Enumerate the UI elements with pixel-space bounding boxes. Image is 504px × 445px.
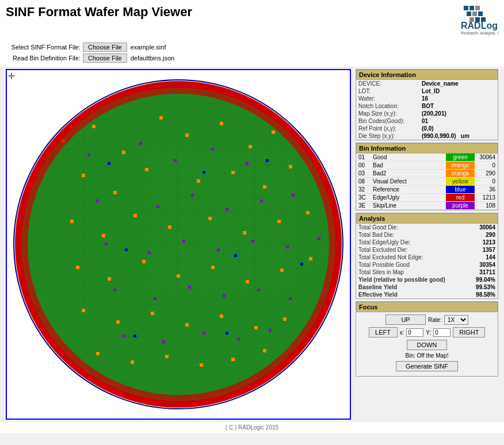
a-value-gooddie: 30064	[468, 224, 498, 231]
bin-name-01: Good	[371, 154, 446, 162]
analysis-row: Total Excluded Not Edge: 144	[356, 254, 498, 261]
bin-display-label: Bin:	[406, 352, 415, 359]
svg-rect-94	[131, 360, 134, 364]
down-button[interactable]: DOWN	[407, 340, 447, 350]
bin-color-03: orange	[446, 170, 475, 178]
bin-code-01: 01	[356, 154, 371, 162]
analysis-row-baseline: Baseline Yield 99.53%	[356, 283, 498, 291]
svg-rect-110	[105, 243, 108, 245]
diestep-label: Die Step (x,y):	[356, 132, 419, 140]
svg-rect-58	[159, 116, 163, 120]
mapsize-label: Map Size (x,y):	[356, 110, 419, 117]
a-label-gooddie: Total Good Die:	[356, 224, 468, 231]
svg-rect-130	[266, 159, 269, 162]
a-label-baseline: Baseline Yield	[356, 283, 468, 291]
sinf-choose-button[interactable]: Choose File	[83, 43, 127, 52]
svg-rect-74	[208, 217, 212, 220]
svg-rect-60	[220, 122, 223, 125]
left-button[interactable]: LEFT	[369, 327, 398, 337]
analysis-section: Analysis Total Good Die: 30064 Total Bad…	[356, 213, 498, 299]
bin-row-01: 01 Good green 30064	[356, 154, 498, 162]
bin-choose-button[interactable]: Choose File	[83, 53, 127, 63]
a-value-possgood: 30354	[468, 261, 498, 268]
bin-color-3c: red	[446, 194, 475, 202]
notch-row: Notch Location: BOT	[356, 102, 498, 110]
a-label-baddie: Total Bad Die:	[356, 231, 468, 239]
svg-rect-134	[133, 335, 136, 337]
bin-count-3e: 108	[475, 202, 498, 210]
notch-value: BOT	[419, 102, 498, 110]
a-value-totalsite: 31711	[468, 268, 498, 276]
right-button[interactable]: RIGHT	[453, 327, 485, 337]
svg-rect-100	[139, 142, 142, 145]
svg-rect-65	[145, 168, 148, 171]
svg-rect-78	[76, 266, 79, 269]
bin-count-03: 290	[475, 170, 498, 178]
svg-rect-102	[211, 148, 214, 151]
rate-select[interactable]: 1X 2X 5X 10X	[444, 315, 468, 325]
wafer-panel: ✛	[6, 69, 351, 420]
analysis-row: Total Bad Die: 290	[356, 231, 498, 239]
bin-row-00: 00 Bad orange 0	[356, 162, 498, 170]
footer: ( C ) RADLogic 2015	[0, 422, 504, 433]
bincodes-label: Bin Codes(Good):	[356, 117, 419, 125]
svg-rect-91	[254, 326, 258, 329]
svg-rect-73	[168, 225, 171, 229]
svg-rect-135	[226, 332, 228, 335]
rate-label: Rate:	[428, 317, 442, 323]
svg-rect-126	[237, 337, 240, 340]
device-label: DEVICE:	[356, 80, 419, 87]
right-panel: Device Information DEVICE: Device_name L…	[356, 69, 498, 420]
svg-rect-85	[309, 257, 312, 260]
analysis-header: Analysis	[356, 213, 498, 224]
bin-code-03: 03	[356, 170, 371, 178]
bin-display: Bin: Off the Map!	[358, 352, 495, 359]
svg-rect-83	[246, 280, 249, 283]
up-button[interactable]: UP	[385, 314, 426, 325]
svg-rect-62	[272, 131, 275, 134]
svg-rect-76	[277, 220, 281, 223]
refpoint-value: (0,0)	[419, 125, 498, 132]
svg-rect-114	[251, 240, 254, 243]
svg-rect-59	[185, 133, 189, 137]
refpoint-label: Ref Point (x,y):	[356, 125, 419, 132]
bin-row-3c: 3C Edge/Ugly red 1213	[356, 194, 498, 202]
a-value-baseline: 99.53%	[468, 283, 498, 291]
bin-count-32: 36	[475, 186, 498, 194]
bin-info-table: 01 Good green 30064 00 Bad orange 0 03 B…	[356, 154, 498, 210]
svg-rect-1	[464, 6, 468, 10]
a-label-effective: Effective Yield	[356, 291, 468, 298]
svg-rect-122	[289, 297, 292, 300]
logo: RADLogic Research. Analysis. Design.	[423, 5, 498, 38]
svg-rect-118	[154, 297, 156, 300]
device-info-table: DEVICE: Device_name LOT: Lot_ID Wafer: 1…	[356, 80, 498, 140]
bin-filename: defaultbins.json	[131, 55, 174, 62]
svg-rect-133	[300, 263, 303, 266]
y-input[interactable]	[433, 328, 450, 337]
svg-rect-64	[113, 191, 117, 194]
svg-rect-101	[174, 159, 177, 162]
bincodes-row: Bin Codes(Good): 01	[356, 117, 498, 125]
focus-header: Focus	[356, 302, 498, 312]
generate-sinf-button[interactable]: Generate SINF	[396, 361, 458, 371]
analysis-row: Total Good Die: 30064	[356, 224, 498, 231]
device-value: Device_name	[419, 80, 498, 87]
svg-rect-111	[148, 251, 151, 254]
bin-row-08: 08 Visual Defect yellow 0	[356, 178, 498, 186]
bin-count-00: 0	[475, 162, 498, 170]
svg-rect-71	[102, 234, 105, 237]
svg-rect-68	[263, 185, 266, 189]
bin-color-00: orange	[446, 162, 475, 170]
svg-rect-104	[96, 200, 99, 202]
bin-code-00: 00	[356, 162, 371, 170]
analysis-row-yield: Yield (relative to possible good) 99.04%	[356, 276, 498, 283]
x-input[interactable]	[406, 328, 423, 337]
a-label-exclnotedge: Total Excluded Not Edge:	[356, 254, 468, 261]
wafer-value: 16	[419, 95, 498, 102]
x-label: x:	[400, 329, 404, 336]
sinf-file-label: Select SINF Format File:	[6, 44, 81, 51]
bincodes-value: 01	[419, 117, 498, 125]
analysis-row: Total Excluded Die: 1357	[356, 246, 498, 254]
bin-name-3e: Skip/Line	[371, 202, 446, 210]
bin-row-32: 32 Reference blue 36	[356, 186, 498, 194]
